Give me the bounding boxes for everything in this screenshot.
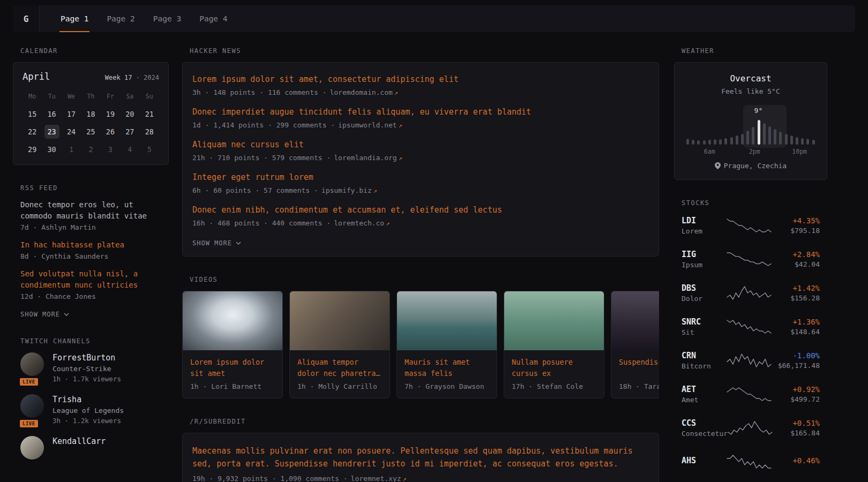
twitch-channel[interactable]: KendallCarr: [20, 436, 161, 460]
story-domain-link[interactable]: loremdomain.com: [330, 88, 392, 96]
chevron-down-icon: [64, 313, 69, 316]
video-card[interactable]: Suspendisse diam 18h · Tara: [611, 291, 659, 398]
video-thumbnail[interactable]: [290, 291, 390, 350]
story-link[interactable]: Donec imperdiet augue tincidunt felis al…: [192, 107, 649, 118]
avatar-wrap: LIVE: [20, 394, 45, 425]
tab-page-4[interactable]: Page 4: [190, 5, 236, 32]
stock-change: +1.42%: [772, 284, 820, 292]
calendar-day: 15: [25, 107, 40, 121]
weather-bar: [724, 138, 727, 145]
tab-page-1[interactable]: Page 1: [51, 5, 98, 32]
story-stats: 3h · 148 points · 116 comments ·: [192, 88, 326, 96]
live-badge: LIVE: [19, 377, 39, 387]
video-thumbnail[interactable]: [397, 291, 497, 350]
widget-title-subreddit: /R/SUBREDDIT: [182, 418, 659, 425]
story-item: Integer eget rutrum lorem 6h · 60 points…: [192, 172, 649, 194]
story-link[interactable]: Integer eget rutrum lorem: [192, 172, 649, 183]
calendar-day: 18: [83, 107, 98, 121]
video-meta: 1h · Lori Barnett: [183, 379, 282, 398]
stock-ticker: DBS: [682, 283, 727, 293]
stock-price: $795.18: [772, 227, 820, 235]
video-card[interactable]: Aliquam tempor dolor nec pharetra… 1h · …: [289, 291, 390, 398]
calendar-day: 26: [103, 125, 118, 139]
video-thumbnail[interactable]: [611, 291, 659, 350]
video-title-link[interactable]: Suspendisse diam: [611, 350, 659, 379]
calendar-month: April: [23, 71, 50, 82]
stock-sparkline: [727, 285, 772, 301]
calendar-card: April Week 17 · 2024 Mo Tu We Th Fr Sa S…: [13, 62, 169, 165]
story-link[interactable]: Donec enim nibh, condimentum et accumsan…: [192, 205, 649, 216]
stock-price: $42.04: [772, 260, 820, 268]
stock-row: AET Amet +0.92% $499.72: [682, 383, 820, 405]
stock-name: Consectetur: [682, 430, 728, 438]
stock-sparkline: [728, 420, 773, 436]
stock-id: CRN Bitcorn: [682, 351, 727, 370]
weather-bar: [708, 140, 711, 145]
channel-meta: 1h · 1.7k viewers: [53, 375, 121, 383]
twitch-channel[interactable]: LIVE ForrestBurton Counter-Strike 1h · 1…: [20, 352, 161, 383]
post-domain-link[interactable]: loremnet.xyz: [351, 475, 401, 482]
stock-row: LDI Lorem +4.35% $795.18: [682, 214, 820, 236]
calendar-header: April Week 17 · 2024: [23, 71, 159, 82]
post-item: Maecenas mollis pulvinar erat non posuer…: [192, 445, 649, 482]
calendar-day: 27: [122, 125, 137, 139]
video-title-link[interactable]: Mauris sit amet massa felis: [397, 350, 497, 379]
video-title-link[interactable]: Nullam posuere cursus ex: [504, 350, 604, 379]
story-domain-link[interactable]: loremtech.co: [334, 219, 384, 227]
weather-hourly-chart: 9° 6am 2pm 10pm: [686, 108, 815, 155]
story-domain-link[interactable]: ipsumify.biz: [321, 186, 372, 194]
stock-values: +1.36% $148.64: [772, 318, 820, 336]
post-stats: 19h · 9,932 points · 1,090 comments ·: [192, 475, 348, 482]
weather-bar: [801, 138, 804, 145]
story-link[interactable]: Aliquam nec cursus elit: [192, 139, 649, 150]
video-title-link[interactable]: Aliquam tempor dolor nec pharetra…: [290, 350, 390, 379]
story-domain-link[interactable]: loremlandia.org: [334, 154, 396, 162]
weather-bar: [741, 134, 744, 145]
video-card[interactable]: Mauris sit amet massa felis 7h · Grayson…: [396, 291, 497, 398]
weather-card: Overcast Feels like 5°C 9° 6am 2pm 10pm …: [674, 62, 827, 180]
stock-price: $156.28: [772, 294, 820, 302]
show-more-label: SHOW MORE: [192, 239, 232, 247]
story-link[interactable]: Lorem ipsum dolor sit amet, consectetur …: [192, 74, 649, 85]
weather-bar: [790, 135, 793, 145]
weather-time-axis: 6am 2pm 10pm: [686, 148, 815, 155]
video-title-link[interactable]: Lorem ipsum dolor sit amet consectetu…: [183, 350, 282, 379]
post-link[interactable]: Maecenas mollis pulvinar erat non posuer…: [192, 445, 649, 470]
rss-headline-link[interactable]: In hac habitasse platea: [20, 239, 161, 251]
tab-page-3[interactable]: Page 3: [144, 5, 190, 32]
rss-show-more-button[interactable]: SHOW MORE: [20, 311, 69, 318]
stock-name: Dolor: [682, 295, 727, 303]
video-meta: 7h · Grayson Dawson: [397, 379, 497, 398]
stock-change: +0.46%: [772, 456, 820, 465]
twitch-channel[interactable]: LIVE Trisha League of Legends 3h · 1.2k …: [20, 394, 161, 425]
stock-price: $148.64: [772, 328, 820, 336]
video-thumbnail[interactable]: [504, 291, 604, 350]
story-meta: 16h · 468 points · 440 comments ·loremte…: [192, 219, 649, 227]
left-column: CALENDAR April Week 17 · 2024 Mo Tu We T…: [13, 47, 169, 482]
calendar-day: 30: [44, 142, 59, 156]
story-stats: 21h · 710 points · 579 comments ·: [192, 154, 331, 162]
right-column: WEATHER Overcast Feels like 5°C 9° 6am 2…: [674, 47, 827, 482]
story-domain-link[interactable]: ipsumworld.net: [338, 121, 397, 129]
weather-condition: Overcast: [685, 73, 816, 84]
channel-info: ForrestBurton Counter-Strike 1h · 1.7k v…: [53, 352, 121, 383]
video-thumbnail[interactable]: [183, 291, 282, 350]
external-link-icon: ↗: [373, 187, 377, 194]
videos-row: Lorem ipsum dolor sit amet consectetu… 1…: [182, 291, 659, 398]
video-card[interactable]: Lorem ipsum dolor sit amet consectetu… 1…: [182, 291, 283, 398]
stocks-widget: STOCKS LDI Lorem +4.35% $795.18 IIG Ipsu…: [674, 199, 827, 472]
weather-bar: [736, 135, 738, 145]
rss-headline-link[interactable]: Sed volutpat nulla nisl, a condimentum n…: [20, 268, 161, 291]
external-link-icon: ↗: [386, 220, 390, 227]
hackernews-show-more-button[interactable]: SHOW MORE: [192, 239, 241, 247]
tab-page-2[interactable]: Page 2: [98, 5, 144, 32]
stock-ticker: IIG: [682, 250, 727, 259]
channel-avatar: [20, 436, 44, 460]
video-meta: 1h · Molly Carrillo: [290, 379, 390, 398]
stock-change: +1.36%: [772, 318, 820, 326]
avatar-wrap: [20, 436, 45, 460]
stock-name: Ipsum: [682, 261, 727, 269]
rss-headline-link[interactable]: Donec tempor eros leo, ut commodo mauris…: [20, 199, 161, 222]
video-card[interactable]: Nullam posuere cursus ex 17h · Stefan Co…: [504, 291, 604, 398]
widget-title-stocks: STOCKS: [682, 199, 820, 207]
